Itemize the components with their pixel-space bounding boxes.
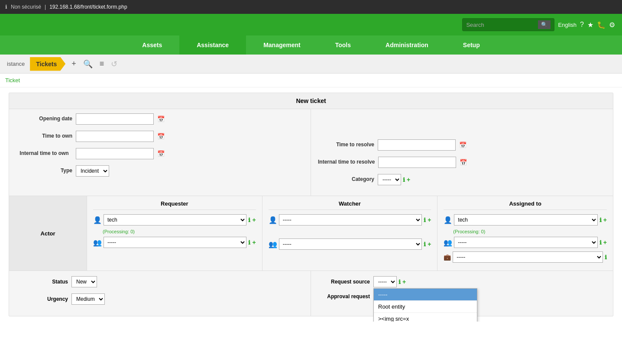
watcher-user-info-icon[interactable]: ℹ xyxy=(424,217,426,223)
opening-date-calendar-icon[interactable]: 📅 xyxy=(157,116,165,122)
internal-time-to-own-input[interactable] xyxy=(76,148,154,159)
type-label: Type xyxy=(16,168,72,174)
internal-time-to-own-calendar-icon[interactable]: 📅 xyxy=(157,150,165,157)
menu-item-setup[interactable]: Setup xyxy=(446,35,497,55)
add-icon[interactable]: + xyxy=(69,58,79,70)
assigned-user-add-icon[interactable]: + xyxy=(603,216,607,223)
status-select[interactable]: New xyxy=(71,276,97,287)
help-icon[interactable]: ? xyxy=(580,21,584,29)
requester-group-row: 👥 ----- ℹ + xyxy=(93,237,256,248)
watcher-group-add-icon[interactable]: + xyxy=(428,241,431,248)
requester-group-icon: 👥 xyxy=(93,238,102,247)
sub-nav: istance Tickets + 🔍 ≡ ↺ xyxy=(0,55,622,74)
undo-icon[interactable]: ↺ xyxy=(108,58,120,71)
menu-item-assistance[interactable]: Assistance xyxy=(179,35,246,55)
watcher-group-select[interactable]: ----- xyxy=(279,238,422,250)
favorite-icon[interactable]: ★ xyxy=(587,21,593,29)
assigned-person-icon: 👤 xyxy=(444,216,452,224)
requester-group-add-icon[interactable]: + xyxy=(252,239,256,246)
bug-icon[interactable]: 🐛 xyxy=(597,21,606,29)
requester-user-select[interactable]: tech xyxy=(104,214,246,225)
lock-icon: ℹ xyxy=(5,4,7,10)
actor-label-cell: Actor xyxy=(9,196,87,271)
assigned-supplier-select[interactable]: ----- xyxy=(453,251,603,263)
watcher-group-info-icon[interactable]: ℹ xyxy=(424,241,426,248)
requester-header: Requester xyxy=(93,200,256,210)
form-title: New ticket xyxy=(9,93,613,109)
main-menu: Assets Assistance Management Tools Admin… xyxy=(0,35,622,55)
internal-time-to-resolve-input[interactable] xyxy=(378,157,456,168)
requester-column: Requester 👤 tech ℹ + (Processing: 0) 👥 -… xyxy=(87,196,262,271)
time-to-own-calendar-icon[interactable]: 📅 xyxy=(157,133,165,140)
settings-icon[interactable]: ⚙ xyxy=(609,21,615,29)
internal-time-to-resolve-calendar-icon[interactable]: 📅 xyxy=(460,159,467,166)
requester-group-info-icon[interactable]: ℹ xyxy=(248,239,250,246)
category-info-icon[interactable]: ℹ xyxy=(403,177,405,183)
request-source-info-icon[interactable]: ℹ xyxy=(398,279,401,285)
time-to-resolve-input[interactable] xyxy=(378,139,456,151)
assigned-group-add-icon[interactable]: + xyxy=(603,239,607,246)
url-bar: 192.168.1.68/front/ticket.form.php xyxy=(49,4,127,10)
search-button[interactable]: 🔍 xyxy=(538,20,551,29)
assigned-supplier-info-icon[interactable]: ℹ xyxy=(605,254,607,261)
watcher-person-icon: 👤 xyxy=(269,216,277,224)
time-to-own-input[interactable] xyxy=(76,131,154,142)
request-source-dropdown-list: ----- Root entity ><img src=x onerror=ja… xyxy=(373,288,477,322)
search-subnav-icon[interactable]: 🔍 xyxy=(81,58,95,71)
top-nav: 🔍 English ? ★ 🐛 ⚙ xyxy=(0,14,622,35)
breadcrumb-text: Ticket xyxy=(5,77,20,84)
menu-item-assets[interactable]: Assets xyxy=(125,35,179,55)
search-input[interactable] xyxy=(466,22,535,28)
urgency-select[interactable]: Medium xyxy=(71,293,105,305)
request-source-row: Request source ----- ℹ + -- xyxy=(318,276,606,287)
requester-user-add-icon[interactable]: + xyxy=(252,216,256,223)
assigned-to-header: Assigned to xyxy=(444,200,607,210)
assigned-group-select[interactable]: ----- xyxy=(454,237,597,248)
assigned-user-select[interactable]: tech xyxy=(454,214,597,225)
time-to-own-label: Time to own xyxy=(16,133,72,140)
request-source-dropdown-container: ----- ℹ + ----- Root entity ><img src=x … xyxy=(373,276,406,287)
time-to-resolve-row: Time to resolve 📅 xyxy=(318,139,606,151)
watcher-user-add-icon[interactable]: + xyxy=(428,216,431,223)
request-source-add-icon[interactable]: + xyxy=(402,278,406,285)
assigned-group-info-icon[interactable]: ℹ xyxy=(599,239,602,246)
dropdown-item-xss[interactable]: ><img src=x onerror=javascript:alert(1)> xyxy=(374,313,477,322)
internal-time-to-own-label: Internal time to own xyxy=(16,150,72,157)
category-row: Category ----- ℹ + xyxy=(318,174,606,185)
separator: | xyxy=(45,4,46,10)
language-selector[interactable]: English xyxy=(558,22,577,28)
requester-user-info-icon[interactable]: ℹ xyxy=(248,217,250,223)
watcher-group-row: 👥 ----- ℹ + xyxy=(269,238,431,250)
list-icon[interactable]: ≡ xyxy=(97,58,107,70)
assigned-user-info-icon[interactable]: ℹ xyxy=(599,217,602,223)
dropdown-item-blank[interactable]: ----- xyxy=(374,289,477,301)
requester-processing: (Processing: 0) xyxy=(103,229,256,234)
form-body-top: Opening date 📅 Time to own 📅 Internal ti… xyxy=(9,109,613,196)
time-to-resolve-calendar-icon[interactable]: 📅 xyxy=(459,142,466,148)
dropdown-item-root-entity[interactable]: Root entity xyxy=(374,301,477,313)
category-selector: ----- ℹ + xyxy=(378,174,410,185)
internal-time-to-resolve-label: Internal time to resolve xyxy=(318,159,375,166)
request-source-select[interactable]: ----- xyxy=(373,276,397,287)
breadcrumb-tickets[interactable]: Tickets xyxy=(30,57,65,71)
menu-item-administration[interactable]: Administration xyxy=(368,35,446,55)
category-add-icon[interactable]: + xyxy=(407,176,410,183)
assigned-supplier-icon: 💼 xyxy=(444,254,451,261)
status-row: Status New xyxy=(16,276,304,287)
opening-date-input[interactable] xyxy=(76,113,154,125)
status-label: Status xyxy=(16,279,68,285)
actor-label: Actor xyxy=(41,230,55,237)
breadcrumb: Ticket xyxy=(0,74,622,87)
category-select[interactable]: ----- xyxy=(378,174,401,185)
watcher-user-select[interactable]: ----- xyxy=(279,214,422,225)
request-source-selector: ----- ℹ + xyxy=(373,276,406,287)
requester-group-select[interactable]: ----- xyxy=(104,237,246,248)
assigned-group-row: 👥 ----- ℹ + xyxy=(444,237,607,248)
main-content: New ticket Opening date 📅 Time to own 📅 xyxy=(0,87,622,322)
browser-bar: ℹ Non sécurisé | 192.168.1.68/front/tick… xyxy=(0,0,622,14)
approval-request-label: Approval request xyxy=(318,293,370,300)
menu-item-tools[interactable]: Tools xyxy=(318,35,368,55)
menu-item-management[interactable]: Management xyxy=(246,35,318,55)
type-row: Type Incident xyxy=(16,165,304,177)
type-select[interactable]: Incident xyxy=(76,165,109,177)
